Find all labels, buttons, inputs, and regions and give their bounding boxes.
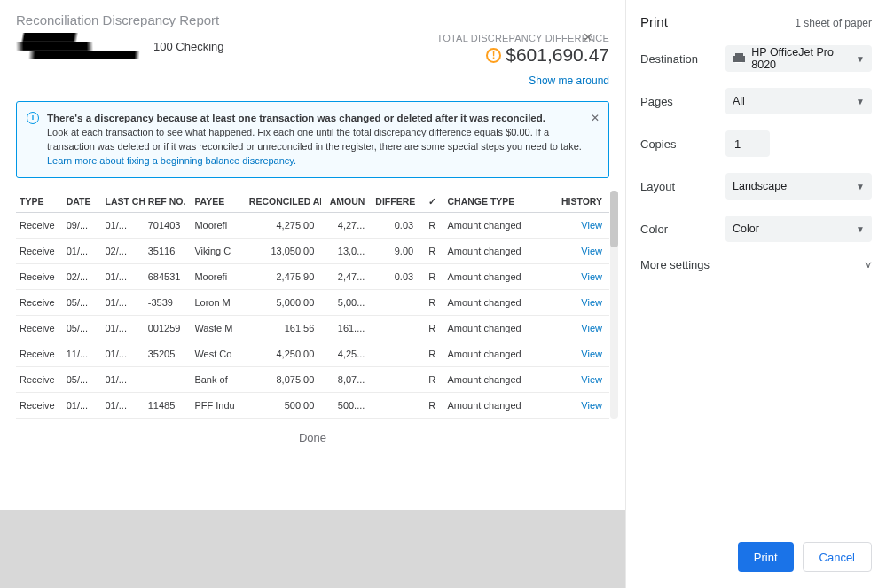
cell-reconciled: 4,275.00 bbox=[246, 212, 322, 238]
account-header-row: 100 Checking TOTAL DISCREPANCY DIFFERENC… bbox=[16, 33, 609, 66]
cell-lastchange: 01/... bbox=[102, 366, 145, 392]
printer-icon bbox=[733, 53, 745, 64]
cell-reconciled: 500.00 bbox=[246, 392, 322, 418]
chevron-down-icon: ▼ bbox=[856, 182, 865, 192]
cell-reconciled: 161.56 bbox=[246, 315, 322, 341]
copies-input[interactable] bbox=[725, 130, 770, 157]
col-payee[interactable]: PAYEE bbox=[191, 191, 245, 213]
cell-refno: -3539 bbox=[145, 289, 192, 315]
col-refno[interactable]: REF NO. bbox=[145, 191, 192, 213]
cell-date: 11/... bbox=[63, 341, 102, 366]
cell-date: 01/... bbox=[63, 238, 102, 263]
cell-amount: 4,25... bbox=[321, 341, 372, 366]
cell-type: Receive bbox=[16, 392, 63, 418]
label-destination: Destination bbox=[640, 52, 725, 66]
cell-cleared: R bbox=[420, 392, 443, 418]
cell-cleared: R bbox=[420, 263, 443, 289]
cell-amount: 5,00... bbox=[321, 289, 372, 315]
print-dialog-footer: Print Cancel bbox=[626, 529, 886, 588]
print-button[interactable]: Print bbox=[738, 542, 794, 572]
cell-refno: 35205 bbox=[145, 341, 192, 366]
color-value: Color bbox=[733, 223, 759, 235]
cell-date: 01/... bbox=[63, 392, 102, 418]
cell-date: 02/... bbox=[63, 263, 102, 289]
layout-select[interactable]: Landscape ▼ bbox=[725, 173, 872, 200]
color-select[interactable]: Color ▼ bbox=[725, 216, 872, 242]
col-type[interactable]: TYPE bbox=[16, 191, 63, 213]
cell-difference bbox=[372, 315, 420, 341]
preview-footer-gutter bbox=[0, 510, 626, 588]
cell-refno: 701403 bbox=[145, 212, 192, 238]
cell-change-type: Amount changed bbox=[443, 263, 551, 289]
pages-select[interactable]: All ▼ bbox=[725, 88, 872, 114]
print-sheet-count: 1 sheet of paper bbox=[795, 17, 872, 29]
cell-date: 05/... bbox=[63, 315, 102, 341]
more-settings-toggle[interactable]: More settings ⋎ bbox=[640, 258, 872, 271]
cell-reconciled: 8,075.00 bbox=[246, 366, 322, 392]
table-row[interactable]: Receive01/...02/...35116Viking C13,050.0… bbox=[16, 238, 609, 263]
cell-date: 05/... bbox=[63, 289, 102, 315]
scrollbar-thumb[interactable] bbox=[610, 191, 618, 247]
table-row[interactable]: Receive05/...01/...001259Waste M161.5616… bbox=[16, 315, 609, 341]
col-lastchange[interactable]: LAST CH bbox=[102, 191, 145, 213]
cell-difference: 0.03 bbox=[372, 212, 420, 238]
report-page: Reconciliation Discrepancy Report ✕ 100 … bbox=[0, 0, 626, 510]
cell-amount: 161.... bbox=[321, 315, 372, 341]
view-history-link[interactable]: View bbox=[581, 349, 602, 359]
view-history-link[interactable]: View bbox=[581, 374, 602, 385]
table-row[interactable]: Receive11/...01/...35205West Co4,250.004… bbox=[16, 341, 609, 366]
view-history-link[interactable]: View bbox=[581, 246, 602, 256]
cell-payee: Waste M bbox=[191, 315, 245, 341]
info-icon: i bbox=[27, 112, 39, 124]
print-title: Print bbox=[640, 14, 668, 29]
destination-value: HP OfficeJet Pro 8020 bbox=[751, 46, 856, 71]
view-history-link[interactable]: View bbox=[581, 400, 602, 411]
app-root: Reconciliation Discrepancy Report ✕ 100 … bbox=[0, 0, 886, 588]
cell-amount: 8,07... bbox=[321, 366, 372, 392]
close-icon[interactable]: ✕ bbox=[583, 30, 593, 44]
col-change-type[interactable]: CHANGE TYPE bbox=[443, 191, 551, 213]
cell-type: Receive bbox=[16, 238, 63, 263]
cell-reconciled: 2,475.90 bbox=[246, 263, 322, 289]
col-difference[interactable]: DIFFERE bbox=[372, 191, 420, 213]
col-date[interactable]: DATE bbox=[63, 191, 102, 213]
cell-cleared: R bbox=[420, 315, 443, 341]
table-row[interactable]: Receive01/...01/...11485PFF Indu500.0050… bbox=[16, 392, 609, 418]
view-history-link[interactable]: View bbox=[581, 220, 602, 231]
cell-difference: 0.03 bbox=[372, 263, 420, 289]
cell-refno: 001259 bbox=[145, 315, 192, 341]
table-row[interactable]: Receive05/...01/...Bank of8,075.008,07..… bbox=[16, 366, 609, 392]
col-cleared[interactable]: ✓ bbox=[420, 191, 443, 213]
cell-type: Receive bbox=[16, 366, 63, 392]
transactions-table-wrap: TYPE DATE LAST CH REF NO. PAYEE RECONCIL… bbox=[16, 191, 609, 419]
banner-headline: There's a discrepancy because at least o… bbox=[47, 113, 545, 123]
cell-cleared: R bbox=[420, 212, 443, 238]
table-row[interactable]: Receive02/...01/...684531Moorefi2,475.90… bbox=[16, 263, 609, 289]
cell-lastchange: 01/... bbox=[102, 289, 145, 315]
table-row[interactable]: Receive05/...01/...-3539Loron M5,000.005… bbox=[16, 289, 609, 315]
cell-change-type: Amount changed bbox=[443, 315, 551, 341]
pages-value: All bbox=[733, 95, 745, 107]
cell-reconciled: 4,250.00 bbox=[246, 341, 322, 366]
cancel-button[interactable]: Cancel bbox=[803, 542, 872, 572]
show-me-around-link[interactable]: Show me around bbox=[16, 74, 609, 87]
more-settings-label: More settings bbox=[640, 258, 710, 271]
chevron-down-icon: ⋎ bbox=[865, 259, 872, 270]
banner-learn-more-link[interactable]: Learn more about fixing a beginning bala… bbox=[47, 155, 296, 166]
label-layout: Layout bbox=[640, 180, 725, 193]
col-reconciled-amt[interactable]: RECONCILED AMT bbox=[246, 191, 322, 213]
view-history-link[interactable]: View bbox=[581, 271, 602, 282]
view-history-link[interactable]: View bbox=[581, 297, 602, 308]
view-history-link[interactable]: View bbox=[581, 323, 602, 333]
table-header-row: TYPE DATE LAST CH REF NO. PAYEE RECONCIL… bbox=[16, 191, 609, 213]
banner-close-icon[interactable]: ✕ bbox=[591, 111, 600, 126]
destination-select[interactable]: HP OfficeJet Pro 8020 ▼ bbox=[725, 45, 872, 72]
label-copies: Copies bbox=[640, 137, 725, 151]
col-history[interactable]: HISTORY bbox=[551, 191, 609, 213]
banner-body: Look at each transaction to see what hap… bbox=[47, 127, 582, 152]
table-scrollbar[interactable] bbox=[610, 191, 618, 419]
table-row[interactable]: Receive09/...01/...701403Moorefi4,275.00… bbox=[16, 212, 609, 238]
col-amount[interactable]: AMOUN bbox=[321, 191, 372, 213]
cell-lastchange: 01/... bbox=[102, 392, 145, 418]
cell-change-type: Amount changed bbox=[443, 392, 551, 418]
